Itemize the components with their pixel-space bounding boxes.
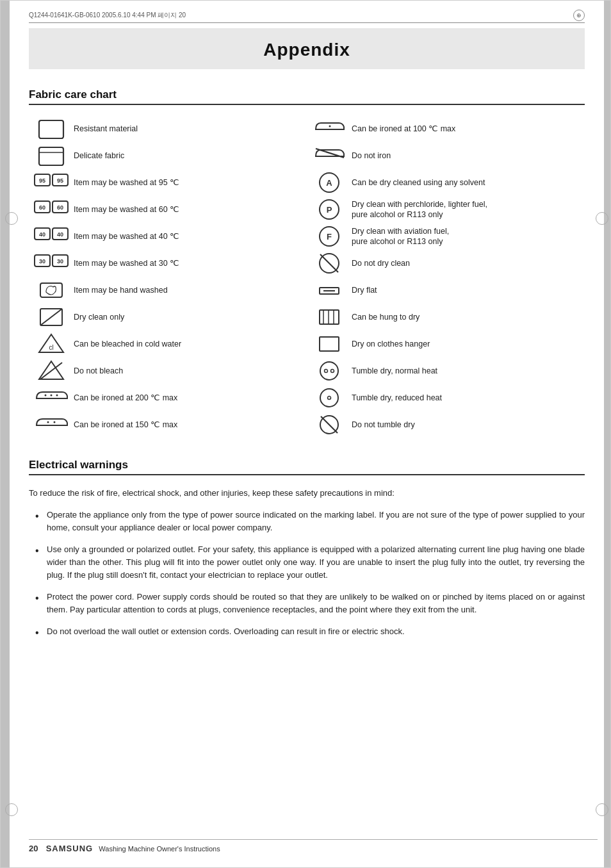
svg-point-29 [50,395,52,397]
meta-header: Q1244-01641K-GB-0610 2005.6.10 4:44 PM 페… [29,7,585,23]
list-item: Do not bleach [29,359,307,383]
dry-aviation-icon: F [307,224,352,249]
wash-60-icon: 60 60 [29,197,74,222]
list-item: Dry flat [307,278,585,302]
dry-flat-icon [307,278,352,302]
list-item: Tumble dry, normal heat [307,359,585,383]
iron-200-icon [29,386,74,410]
svg-line-45 [320,254,338,272]
list-item: A Can be dry cleaned using any solvent [307,170,585,195]
list-item: Do not iron [307,143,585,168]
list-item: Tumble dry, reduced heat [307,386,585,410]
svg-text:30: 30 [56,258,63,265]
bleach-cold-icon: cl [29,332,74,356]
care-label-handwash: Item may be hand washed [74,285,168,295]
svg-text:cl: cl [49,344,53,351]
list-item: Do not tumble dry [307,413,585,437]
left-bar [1,1,10,867]
list-item: Protect the power cord. Power supply cor… [29,591,585,616]
care-label-dry-clean-only: Dry clean only [74,312,124,322]
footer: 20 SAMSUNG Washing Machine Owner's Instr… [29,839,598,853]
list-item: 40 40 Item may be washed at 40 ℃ [29,224,307,249]
svg-rect-20 [40,283,62,297]
svg-point-56 [320,389,338,407]
footer-page: 20 [29,844,38,853]
page-content: Q1244-01641K-GB-0610 2005.6.10 4:44 PM 페… [10,1,604,667]
dry-clean-only-icon [29,305,74,329]
care-label-dry-hanger: Dry on clothes hanger [352,339,430,349]
svg-text:F: F [327,232,332,242]
care-label-bleach-cold: Can be bleached in cold water [74,339,181,349]
title-box: Appendix [29,28,585,69]
svg-text:P: P [327,205,332,215]
svg-text:40: 40 [38,231,45,238]
electrical-intro: To reduce the risk of fire, electrical s… [29,487,585,500]
svg-line-26 [40,363,62,379]
circle-mark: ⊕ [573,10,585,21]
iron-100-icon [307,117,352,141]
svg-point-35 [329,126,331,127]
list-item: Resistant material [29,117,307,141]
care-label-wash30: Item may be washed at 30 ℃ [74,258,179,268]
list-item: Delicate fabric [29,143,307,168]
svg-text:60: 60 [38,204,45,211]
right-bar [604,1,610,867]
care-label-no-dry-clean: Do not dry clean [352,258,410,268]
list-item: Can be ironed at 150 ℃ max [29,413,307,437]
care-label-iron150: Can be ironed at 150 ℃ max [74,420,177,430]
no-dry-clean-icon [307,251,352,275]
list-item: P Dry clean with perchloride, lighter fu… [307,197,585,222]
svg-line-59 [321,416,338,433]
page: Q1244-01641K-GB-0610 2005.6.10 4:44 PM 페… [0,0,611,868]
file-info: Q1244-01641K-GB-0610 2005.6.10 4:44 PM 페… [29,11,186,20]
footer-brand: SAMSUNG [46,844,93,853]
svg-point-33 [53,422,55,423]
reg-mark-bottom-left [5,803,18,816]
care-label-dry-any-solvent: Can be dry cleaned using any solvent [352,177,485,188]
reg-mark-right [596,212,608,225]
dry-hanger-icon [307,332,352,356]
list-item: 30 30 Item may be washed at 30 ℃ [29,251,307,275]
svg-rect-0 [39,120,63,138]
care-label-tumble-reduced: Tumble dry, reduced heat [352,393,442,403]
svg-point-53 [320,362,338,380]
electrical-section: Electrical warnings To reduce the risk o… [29,459,585,639]
svg-point-55 [331,370,334,373]
no-tumble-icon [307,413,352,437]
list-item: 95 95 Item may be washed at 95 ℃ [29,170,307,195]
care-chart: Resistant material Delicate fabric [29,117,585,439]
list-item: Can be hung to dry [307,305,585,329]
list-item: Dry on clothes hanger [307,332,585,356]
svg-point-57 [328,397,331,400]
wash-resistant-icon [29,117,74,141]
wash-delicate-icon [29,143,74,168]
list-item: Do not dry clean [307,251,585,275]
wash-95-icon: 95 95 [29,170,74,195]
care-label-dry-perchloride: Dry clean with perchloride, lighter fuel… [352,199,487,220]
list-item: Can be ironed at 200 ℃ max [29,386,307,410]
svg-text:95: 95 [38,177,45,184]
wash-30-icon: 30 30 [29,251,74,275]
svg-line-22 [40,309,62,325]
list-item: Dry clean only [29,305,307,329]
page-title: Appendix [29,40,585,60]
svg-text:60: 60 [56,204,63,211]
care-label-wash40: Item may be washed at 40 ℃ [74,231,179,242]
fabric-section-title: Fabric care chart [29,88,585,105]
svg-point-32 [47,422,49,423]
svg-point-54 [325,370,328,373]
svg-rect-2 [39,147,63,165]
svg-point-28 [44,395,46,397]
care-label-wash60: Item may be washed at 60 ℃ [74,204,179,215]
no-iron-icon [307,143,352,168]
bullet-list: Operate the appliance only from the type… [29,509,585,639]
care-label-dry-flat: Dry flat [352,285,377,295]
footer-subtitle: Washing Machine Owner's Instructions [99,845,220,853]
care-left-col: Resistant material Delicate fabric [29,117,307,439]
care-label-dry-aviation: Dry clean with aviation fuel,pure alcoho… [352,226,449,247]
reg-mark-bottom-right [596,803,608,816]
iron-150-icon [29,413,74,437]
svg-rect-48 [320,310,339,324]
hang-dry-icon [307,305,352,329]
care-label-no-tumble: Do not tumble dry [352,420,415,430]
